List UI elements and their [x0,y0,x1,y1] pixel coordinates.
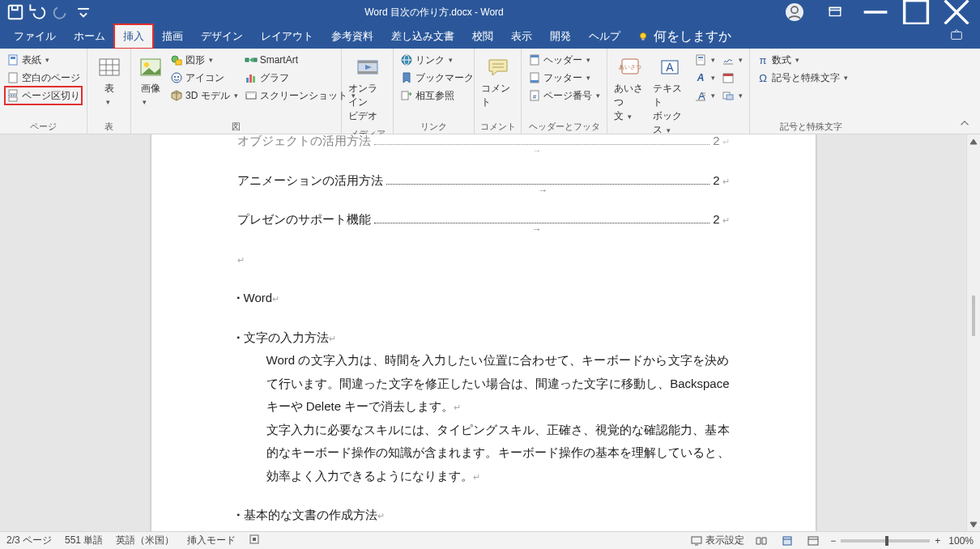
svg-rect-85 [808,537,818,545]
group-comments: コメント コメント [475,49,522,134]
maximize-button[interactable] [897,0,935,24]
table-button[interactable]: 表▾ [92,51,126,110]
scroll-down-icon[interactable] [967,517,980,531]
ribbon-tabstrip: ファイル ホーム 挿入 描画 デザイン レイアウト 参考資料 差し込み文書 校閲… [0,24,980,49]
status-macro-icon[interactable] [249,534,260,547]
tab-home[interactable]: ホーム [65,24,114,49]
tab-insert[interactable]: 挿入 [114,24,153,49]
symbol-button[interactable]: Ω記号と特殊文字▾ [755,69,850,87]
heading: 基本的な文書の作成方法↵ [237,504,730,527]
svg-marker-77 [970,139,977,144]
text-box-button[interactable]: A テキストボックス ▾ [651,51,689,140]
svg-point-9 [641,33,646,39]
autosave-icon[interactable] [6,3,24,21]
view-web-layout[interactable] [804,534,822,548]
svg-rect-53 [530,55,539,57]
zoom-out-button[interactable]: − [830,535,836,547]
zoom-thumb[interactable] [885,536,888,546]
blank-page-button[interactable]: 空白のページ [5,69,82,87]
qat-customize[interactable] [75,3,92,21]
greeting-button[interactable]: あいさつ あいさつ文 ▾ [612,51,648,126]
icons-button[interactable]: アイコン [168,69,240,87]
toc-entry: アニメーションの活用方法 → 2↵ [237,169,730,193]
view-read-mode[interactable] [752,534,770,548]
heading: 文字の入力方法↵ [237,326,730,350]
svg-rect-10 [642,39,645,40]
display-settings-button[interactable]: 表示設定 [691,534,744,547]
svg-text:A: A [667,61,675,74]
zoom-in-button[interactable]: + [935,535,940,547]
status-word-count[interactable]: 551 単語 [65,534,103,547]
object-button[interactable]: ▾ [720,87,744,104]
comment-button[interactable]: コメント [479,51,516,113]
link-button[interactable]: リンク▾ [398,51,475,69]
group-tables: 表▾ 表 [87,49,131,134]
footer-button[interactable]: フッター▾ [526,69,602,87]
zoom-slider[interactable]: − + [830,535,940,547]
3d-models-button[interactable]: 3D モデル▾ [168,87,240,104]
group-pages: 表紙▾ 空白のページ ページ区切り ページ [0,49,87,134]
pictures-button[interactable]: 画像▾ [136,51,165,110]
vertical-scrollbar[interactable] [966,134,980,531]
header-button[interactable]: ヘッダー▾ [526,51,602,69]
svg-rect-43 [358,61,377,63]
svg-point-27 [172,73,181,83]
quick-parts-button[interactable]: ▾ [692,51,717,69]
view-print-layout[interactable] [778,534,796,548]
bookmark-button[interactable]: ブックマーク [398,69,475,87]
ribbon-display-options[interactable] [816,0,854,24]
drop-cap-button[interactable]: A▾ [692,87,717,104]
toc-entry: オブジェクトの活用方法 → 2↵ [237,134,730,153]
redo-button[interactable] [52,3,70,21]
date-time-button[interactable] [720,69,744,87]
document-area: オブジェクトの活用方法 → 2↵ アニメーションの活用方法 → 2↵ プレゼンの… [0,134,980,531]
cross-reference-button[interactable]: 相互参照 [398,87,475,104]
svg-marker-35 [249,57,253,62]
minimize-button[interactable] [857,0,894,24]
page-number-button[interactable]: #ページ番号▾ [526,87,602,104]
tab-file[interactable]: ファイル [5,24,65,49]
tab-design[interactable]: デザイン [192,24,252,49]
wordart-button[interactable]: A▾ [692,69,717,87]
page-break-button[interactable]: ページ区切り [5,87,82,104]
tab-view[interactable]: 表示 [502,24,541,49]
signature-line-button[interactable]: ▾ [720,51,744,69]
svg-rect-34 [254,58,257,62]
tab-mailings[interactable]: 差し込み文書 [382,24,463,49]
svg-rect-11 [952,32,962,39]
svg-text:あいさつ: あいさつ [619,64,641,70]
tab-references[interactable]: 参考資料 [322,24,382,49]
screenshot-button[interactable]: スクリーンショット▾ [243,87,357,104]
account-avatar[interactable] [776,0,813,24]
cover-page-button[interactable]: 表紙▾ [5,51,82,69]
svg-rect-81 [692,537,701,543]
page-canvas[interactable]: オブジェクトの活用方法 → 2↵ アニメーションの活用方法 → 2↵ プレゼンの… [151,134,816,531]
svg-rect-14 [9,73,17,83]
status-insert-mode[interactable]: 挿入モード [187,534,236,547]
status-language[interactable]: 英語（米国） [116,534,174,547]
group-illustrations: 画像▾ 図形▾ アイコン 3D モデル▾ SmartArt グラフ スクリーンシ… [131,49,342,134]
svg-rect-64 [698,59,703,61]
tab-review[interactable]: 校閲 [463,24,502,49]
heading: 表の作成方法↵ [237,530,730,532]
share-button[interactable] [949,28,964,45]
scroll-thumb[interactable] [972,296,975,336]
tab-help[interactable]: ヘルプ [580,24,629,49]
svg-rect-74 [726,95,733,100]
close-button[interactable] [938,0,975,24]
shapes-button[interactable]: 図形▾ [168,51,240,69]
collapse-ribbon-button[interactable] [957,116,972,130]
svg-rect-13 [11,57,15,59]
online-video-button[interactable]: オンラインビデオ [347,51,388,126]
scroll-up-icon[interactable] [967,134,980,148]
equation-button[interactable]: π数式▾ [755,51,850,69]
undo-button[interactable] [29,3,47,21]
chart-button[interactable]: グラフ [243,69,357,87]
tell-me-search[interactable]: 何をしますか [629,24,739,49]
status-page[interactable]: 2/3 ページ [6,534,52,547]
smartart-button[interactable]: SmartArt [243,51,357,69]
tab-draw[interactable]: 描画 [153,24,192,49]
tab-developer[interactable]: 開発 [541,24,580,49]
zoom-level[interactable]: 100% [948,535,974,547]
tab-layout[interactable]: レイアウト [252,24,322,49]
